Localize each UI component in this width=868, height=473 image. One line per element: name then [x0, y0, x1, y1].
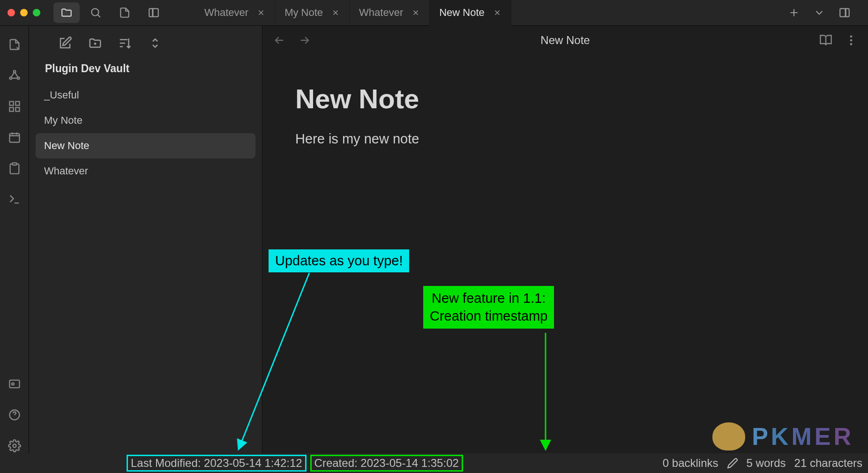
- canvas-icon[interactable]: [7, 99, 22, 114]
- graph-icon[interactable]: [7, 68, 22, 83]
- editor-pane: New Note New Note Here is my new note: [262, 26, 868, 453]
- settings-icon[interactable]: [7, 438, 22, 453]
- file-explorer-sidebar: Plugin Dev Vault _Useful My Note New Not…: [29, 26, 262, 453]
- close-icon[interactable]: [257, 8, 265, 17]
- help-icon[interactable]: [7, 407, 22, 422]
- pkmer-logo-icon: [712, 422, 745, 450]
- note-title[interactable]: New Note: [295, 83, 835, 114]
- svg-point-0: [91, 8, 98, 15]
- tab-whatever-1[interactable]: Whatever: [195, 0, 275, 26]
- titlebar: Whatever My Note Whatever New Note: [0, 0, 868, 26]
- svg-point-6: [9, 77, 12, 80]
- annotation-creation: New feature in 1.1: Creation timestamp: [423, 286, 554, 329]
- svg-point-20: [850, 43, 853, 45]
- close-window-button[interactable]: [7, 9, 15, 16]
- search-icon[interactable]: [82, 2, 109, 23]
- tab-bar: Whatever My Note Whatever New Note: [195, 0, 783, 26]
- watermark: PKMER: [712, 422, 854, 450]
- new-tab-icon[interactable]: [783, 2, 805, 23]
- svg-point-18: [850, 36, 853, 38]
- editor-header-title[interactable]: New Note: [311, 34, 819, 47]
- left-ribbon: [0, 26, 29, 453]
- tab-dropdown-icon[interactable]: [808, 2, 831, 23]
- editor-body[interactable]: New Note Here is my new note: [262, 55, 868, 175]
- svg-point-15: [12, 383, 14, 385]
- svg-rect-8: [9, 102, 13, 105]
- status-last-modified: Last Modified: 2023-05-14 1:42:12: [127, 455, 307, 472]
- collapse-button[interactable]: [147, 35, 163, 51]
- annotation-updates: Updates as you type!: [269, 249, 409, 272]
- svg-point-17: [13, 444, 16, 448]
- maximize-window-button[interactable]: [33, 9, 40, 16]
- status-right: 0 backlinks 5 words 21 characters: [663, 457, 862, 470]
- nav-arrows: [273, 34, 311, 47]
- files-icon[interactable]: [53, 2, 80, 23]
- watermark-text: PKMER: [752, 422, 854, 450]
- svg-rect-3: [840, 8, 849, 16]
- svg-rect-11: [15, 107, 19, 111]
- note-content[interactable]: Here is my new note: [295, 131, 835, 147]
- editor-header: New Note: [262, 26, 868, 55]
- right-panel-icon[interactable]: [833, 2, 856, 23]
- sort-button[interactable]: [117, 35, 133, 51]
- nav-forward-icon[interactable]: [298, 34, 311, 47]
- tab-label: Whatever: [359, 7, 403, 19]
- titlebar-right-icons: [783, 2, 861, 23]
- close-icon[interactable]: [331, 8, 340, 17]
- more-options-icon[interactable]: [845, 34, 858, 47]
- status-created: Created: 2023-05-14 1:35:02: [310, 455, 463, 472]
- close-icon[interactable]: [493, 8, 501, 17]
- panel-icon[interactable]: [141, 2, 167, 23]
- svg-point-7: [17, 77, 19, 80]
- tab-label: My Note: [284, 7, 323, 19]
- vault-icon[interactable]: [7, 376, 22, 391]
- new-folder-button[interactable]: [87, 35, 103, 51]
- file-item-my-note[interactable]: My Note: [36, 108, 255, 133]
- main-area: Plugin Dev Vault _Useful My Note New Not…: [0, 26, 868, 453]
- edit-mode-icon[interactable]: [727, 458, 738, 469]
- close-icon[interactable]: [412, 8, 420, 17]
- titlebar-left-icons: [53, 2, 167, 23]
- tab-my-note[interactable]: My Note: [275, 0, 350, 26]
- file-item-new-note[interactable]: New Note: [36, 133, 255, 158]
- vault-name[interactable]: Plugin Dev Vault: [29, 62, 262, 83]
- svg-rect-10: [9, 107, 13, 111]
- tab-label: New Note: [439, 7, 485, 19]
- file-item-useful[interactable]: _Useful: [36, 83, 255, 108]
- tab-label: Whatever: [204, 7, 248, 19]
- tab-new-note[interactable]: New Note: [430, 0, 511, 26]
- daily-note-icon[interactable]: [7, 130, 22, 145]
- status-words: 5 words: [747, 457, 786, 470]
- nav-back-icon[interactable]: [273, 34, 286, 47]
- window-controls: [7, 9, 40, 16]
- svg-point-5: [13, 71, 15, 73]
- status-characters: 21 characters: [794, 457, 862, 470]
- reading-mode-icon[interactable]: [819, 34, 832, 47]
- svg-rect-1: [149, 8, 158, 16]
- svg-point-19: [850, 39, 853, 42]
- svg-rect-9: [15, 102, 19, 105]
- templates-icon[interactable]: [7, 161, 22, 176]
- editor-header-actions: [819, 34, 858, 47]
- new-note-icon[interactable]: [112, 2, 138, 23]
- minimize-window-button[interactable]: [20, 9, 28, 16]
- quick-switcher-icon[interactable]: [7, 37, 22, 52]
- tab-whatever-2[interactable]: Whatever: [350, 0, 430, 26]
- command-palette-icon[interactable]: [7, 192, 22, 207]
- new-note-button[interactable]: [57, 35, 73, 51]
- file-list: _Useful My Note New Note Whatever: [29, 83, 262, 184]
- status-bar: Last Modified: 2023-05-14 1:42:12 Create…: [0, 453, 868, 473]
- svg-rect-12: [9, 134, 19, 143]
- sidebar-toolbar: [29, 26, 262, 62]
- status-backlinks[interactable]: 0 backlinks: [663, 457, 718, 470]
- svg-rect-13: [12, 163, 16, 165]
- file-item-whatever[interactable]: Whatever: [36, 158, 255, 184]
